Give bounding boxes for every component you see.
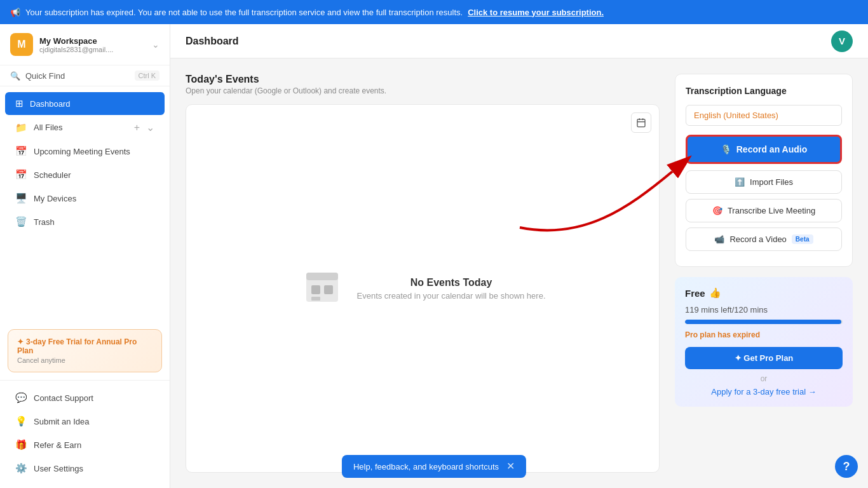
expand-files-icon[interactable]: ⌄ [146,121,154,133]
no-events-text: No Events Today Events created in your c… [357,277,546,301]
no-events-title: No Events Today [357,277,546,288]
microphone-icon: 🎙️ [721,144,731,154]
import-files-label: Import Files [750,177,793,187]
or-divider: or [685,374,843,383]
banner-message: Your subscription has expired. You are n… [25,8,463,17]
user-avatar[interactable]: V [831,30,853,52]
get-pro-label: ✦ Get Pro Plan [735,353,794,363]
transcribe-live-button[interactable]: 🎯 Transcribe Live Meeting [686,199,842,222]
sidebar-item-contact-support[interactable]: 💬 Contact Support [5,386,165,409]
sidebar-item-refer-earn[interactable]: 🎁 Refer & Earn [5,433,165,456]
calendar-meeting-icon: 📅 [15,146,27,157]
video-icon: 📹 [714,234,724,244]
sidebar-nav: ⊞ Dashboard 📁 All Files + ⌄ 📅 Upcoming M… [0,86,170,322]
sidebar-label-upcoming-meeting-events: Upcoming Meeting Events [34,147,154,156]
transcription-box: Transcription Language English (United S… [675,74,853,267]
language-select[interactable]: English (United States) Spanish French G… [686,105,842,126]
sidebar-label-submit-idea: Submit an Idea [34,417,154,426]
sidebar: M My Workspace cjdigitals2831@gmail.... … [0,24,170,488]
search-icon: 🔍 [10,71,20,81]
promo-title: ✦3-day Free Trial for Annual Pro Plan [17,337,153,355]
svg-rect-0 [637,119,645,127]
workspace-email: cjdigitals2831@gmail.... [39,46,146,53]
svg-rect-6 [311,285,320,294]
workspace-selector[interactable]: M My Workspace cjdigitals2831@gmail.... … [0,24,170,65]
workspace-name: My Workspace [39,36,146,46]
quick-find-shortcut: Ctrl K [135,71,160,81]
free-plan-box: Free 👍 119 mins left/120 mins Pro plan h… [675,277,853,407]
record-audio-button[interactable]: 🎙️ Record an Audio [686,135,842,164]
live-meeting-icon: 🎯 [712,206,722,215]
progress-bar-background [685,320,843,324]
workspace-chevron-icon: ⌄ [152,39,159,50]
beta-badge: Beta [792,234,813,244]
get-pro-plan-button[interactable]: ✦ Get Pro Plan [685,347,843,369]
help-bar-close-button[interactable]: ✕ [506,461,515,471]
star-icon: ✦ [17,337,24,346]
sidebar-label-user-settings: User Settings [34,464,154,473]
sidebar-item-my-devices[interactable]: 🖥️ My Devices [5,187,165,210]
page-title: Dashboard [186,36,239,47]
svg-rect-8 [311,297,320,301]
sidebar-item-dashboard[interactable]: ⊞ Dashboard [5,92,165,115]
progress-bar-fill [685,320,841,324]
sidebar-footer: 💬 Contact Support 💡 Submit an Idea 🎁 Ref… [0,380,170,488]
sidebar-label-dashboard: Dashboard [30,99,154,109]
no-events-subtitle: Events created in your calendar will be … [357,291,546,301]
sidebar-label-all-files: All Files [34,123,128,132]
help-bar-label: Help, feedback, and keyboard shortcuts [353,462,499,471]
subscription-banner: 📢 Your subscription has expired. You are… [0,0,868,24]
scheduler-icon: 📅 [15,169,27,180]
sidebar-item-scheduler[interactable]: 📅 Scheduler [5,163,165,186]
app-layout: M My Workspace cjdigitals2831@gmail.... … [0,24,868,488]
sidebar-item-submit-idea[interactable]: 💡 Submit an Idea [5,410,165,433]
workspace-avatar: M [10,33,33,56]
transcribe-live-label: Transcribe Live Meeting [728,206,815,215]
help-bar: Help, feedback, and keyboard shortcuts ✕ [342,455,526,478]
sidebar-item-all-files[interactable]: 📁 All Files + ⌄ [5,116,165,139]
upload-icon: ⬆️ [735,177,745,187]
content-area: Today's Events Open your calendar (Googl… [170,58,868,488]
free-plan-title: Free 👍 [685,287,843,299]
no-events-content: No Events Today Events created in your c… [300,264,546,313]
home-icon: ⊞ [15,98,24,109]
quick-find[interactable]: 🔍 Quick Find Ctrl K [0,65,170,86]
promo-cancel: Cancel anytime [17,356,153,364]
sidebar-label-trash: Trash [34,217,154,227]
apply-trial-link[interactable]: Apply for a 3-day free trial → [685,387,843,396]
main-content: Dashboard V Today's Events Open your cal… [170,24,868,488]
record-video-button[interactable]: 📹 Record a Video Beta [686,227,842,251]
import-files-button[interactable]: ⬆️ Import Files [686,170,842,194]
svg-rect-7 [324,285,333,294]
promo-box[interactable]: ✦3-day Free Trial for Annual Pro Plan Ca… [8,329,162,372]
support-icon: 💬 [15,392,27,403]
resume-subscription-link[interactable]: Click to resume your subscription. [468,8,604,17]
events-subtitle: Open your calendar (Google or Outlook) a… [186,86,660,95]
help-question-button[interactable]: ? [835,455,858,478]
no-events-icon [300,264,344,313]
idea-icon: 💡 [15,416,27,427]
trash-icon: 🗑️ [15,216,27,227]
free-plan-mins: 119 mins left/120 mins [685,305,843,315]
quick-find-label: Quick Find [25,71,65,81]
sidebar-label-scheduler: Scheduler [34,170,154,180]
sidebar-label-refer-earn: Refer & Earn [34,440,154,450]
sidebar-item-user-settings[interactable]: ⚙️ User Settings [5,457,165,480]
gift-icon: 🎁 [15,439,27,451]
right-panel: Transcription Language English (United S… [675,74,853,473]
devices-icon: 🖥️ [15,193,27,204]
sidebar-label-contact-support: Contact Support [34,393,154,403]
settings-icon: ⚙️ [15,463,27,474]
main-header: Dashboard V [170,24,868,58]
sidebar-item-upcoming-meeting-events[interactable]: 📅 Upcoming Meeting Events [5,140,165,163]
add-file-icon[interactable]: + [134,122,140,133]
sidebar-item-trash[interactable]: 🗑️ Trash [5,210,165,233]
events-card: No Events Today Events created in your c… [186,104,660,473]
calendar-toggle-button[interactable] [631,112,651,133]
megaphone-icon: 📢 [10,8,20,17]
record-audio-label: Record an Audio [736,144,808,154]
thumbs-up-icon: 👍 [709,287,721,299]
sidebar-label-my-devices: My Devices [34,194,154,203]
workspace-info: My Workspace cjdigitals2831@gmail.... [39,36,146,53]
folder-icon: 📁 [15,122,27,133]
